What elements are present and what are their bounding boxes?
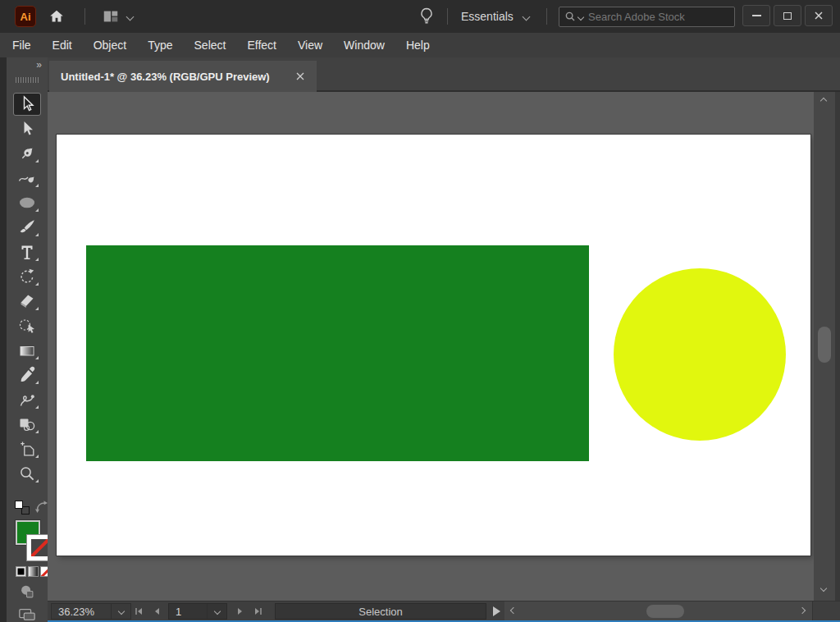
menu-window[interactable]: Window — [333, 33, 395, 57]
last-artboard-button[interactable] — [251, 605, 266, 618]
first-icon — [134, 606, 144, 616]
search-input[interactable] — [588, 11, 729, 23]
pen-tool[interactable] — [11, 141, 43, 166]
illustrator-logo: Ai — [15, 6, 36, 27]
artboard-tool[interactable] — [11, 437, 43, 461]
artboard[interactable] — [57, 135, 810, 556]
dashed-circle-cursor-icon — [17, 316, 37, 336]
chevron-down-icon — [213, 608, 220, 615]
first-artboard-button[interactable] — [131, 605, 146, 618]
shape-builder-icon — [17, 414, 37, 434]
drawing-modes-button[interactable] — [18, 583, 36, 601]
vertical-scrollbar-thumb[interactable] — [818, 327, 831, 363]
arrange-documents-button[interactable] — [102, 7, 133, 25]
close-icon — [296, 72, 304, 80]
document-tab-bar: Untitled-1* @ 36.23% (RGB/GPU Preview) — [0, 57, 840, 92]
shape-builder-tool[interactable] — [11, 412, 43, 437]
gradient-icon — [17, 341, 37, 360]
eraser-icon — [17, 291, 37, 311]
puppet-warp-tool[interactable] — [11, 387, 43, 412]
draw-mode-icon — [18, 583, 36, 601]
eraser-tool[interactable] — [11, 289, 43, 313]
app-bar: Ai — [0, 0, 840, 33]
discover-button[interactable] — [418, 7, 435, 26]
document-tab[interactable]: Untitled-1* @ 36.23% (RGB/GPU Preview) — [49, 61, 317, 92]
previous-icon — [152, 606, 162, 616]
window-left-edge — [0, 57, 7, 622]
yellow-circle-shape[interactable] — [614, 268, 786, 441]
scroll-left-icon[interactable] — [510, 607, 517, 614]
home-button[interactable] — [46, 7, 67, 26]
screen-mode-icon — [16, 606, 38, 622]
curvature-tool[interactable] — [11, 166, 43, 190]
paintbrush-icon — [17, 217, 37, 237]
zoom-level-dropdown[interactable]: 36.23% — [51, 603, 131, 620]
menu-help[interactable]: Help — [395, 33, 441, 57]
scroll-right-icon[interactable] — [799, 607, 806, 614]
scroll-up-icon[interactable] — [820, 98, 827, 104]
document-layout-icon — [102, 7, 120, 25]
direct-selection-arrow-icon — [17, 119, 37, 139]
status-label: Selection — [358, 606, 402, 618]
menu-edit[interactable]: Edit — [42, 33, 83, 57]
ellipse-icon — [17, 193, 37, 213]
gradient-button[interactable] — [28, 566, 39, 577]
type-tool[interactable] — [11, 240, 43, 264]
workspace-switcher[interactable]: Essentials — [461, 0, 529, 33]
menu-type[interactable]: Type — [137, 33, 183, 57]
screen-mode-button[interactable] — [16, 606, 38, 622]
status-options-button[interactable] — [489, 605, 504, 618]
illustrator-window: Ai — [0, 0, 840, 622]
close-button[interactable] — [805, 5, 833, 26]
selection-tool[interactable] — [13, 93, 41, 116]
menu-select[interactable]: Select — [184, 33, 237, 57]
swap-fill-stroke-button[interactable] — [34, 499, 48, 514]
maximize-button[interactable] — [774, 5, 801, 26]
warp-squiggle-icon — [17, 390, 37, 409]
gradient-tool[interactable] — [11, 338, 43, 363]
scroll-down-icon[interactable] — [820, 585, 827, 592]
last-icon — [253, 606, 263, 616]
paintbrush-tool[interactable] — [11, 215, 43, 240]
panel-grip[interactable] — [16, 77, 39, 83]
shaper-tool[interactable] — [11, 313, 43, 338]
close-icon — [814, 11, 824, 21]
default-fill-square-icon — [15, 501, 23, 509]
menu-effect[interactable]: Effect — [236, 33, 287, 57]
artboard-number-value: 1 — [169, 606, 207, 618]
color-mode-buttons — [16, 566, 51, 577]
scrollbar-corner — [812, 601, 840, 621]
menu-file[interactable]: File — [2, 33, 42, 57]
search-icon — [564, 11, 577, 23]
horizontal-scrollbar-thumb[interactable] — [646, 605, 684, 618]
next-artboard-button[interactable] — [233, 605, 248, 618]
expand-panel-button[interactable]: » — [36, 59, 43, 71]
status-bar: 36.23% 1 Selection — [48, 601, 840, 620]
home-icon — [48, 7, 66, 25]
previous-artboard-button[interactable] — [149, 605, 164, 618]
divider — [84, 8, 85, 25]
green-rectangle-shape[interactable] — [86, 245, 589, 461]
chevron-down-icon — [126, 12, 135, 21]
horizontal-scrollbar[interactable] — [504, 601, 812, 621]
selection-arrow-icon — [17, 94, 37, 114]
divider — [447, 8, 448, 25]
document-tab-title: Untitled-1* @ 36.23% (RGB/GPU Preview) — [61, 71, 270, 83]
vertical-scrollbar[interactable] — [814, 92, 835, 601]
default-fill-stroke-button[interactable] — [15, 501, 30, 515]
type-icon — [17, 242, 37, 262]
eyedropper-tool[interactable] — [11, 363, 43, 387]
direct-selection-tool[interactable] — [11, 117, 43, 141]
menu-view[interactable]: View — [287, 33, 333, 57]
ellipse-tool[interactable] — [11, 190, 43, 215]
zoom-tool[interactable] — [11, 461, 43, 486]
minimize-button[interactable] — [742, 5, 770, 26]
color-button[interactable] — [16, 566, 26, 577]
tab-close-button[interactable] — [294, 70, 307, 83]
artboard-navigation-dropdown[interactable]: 1 — [168, 603, 227, 620]
rotate-tool[interactable] — [11, 264, 43, 289]
status-display[interactable]: Selection — [275, 603, 486, 620]
tools-panel: » — [7, 57, 48, 622]
adobe-stock-search[interactable] — [559, 7, 735, 27]
menu-object[interactable]: Object — [83, 33, 137, 57]
